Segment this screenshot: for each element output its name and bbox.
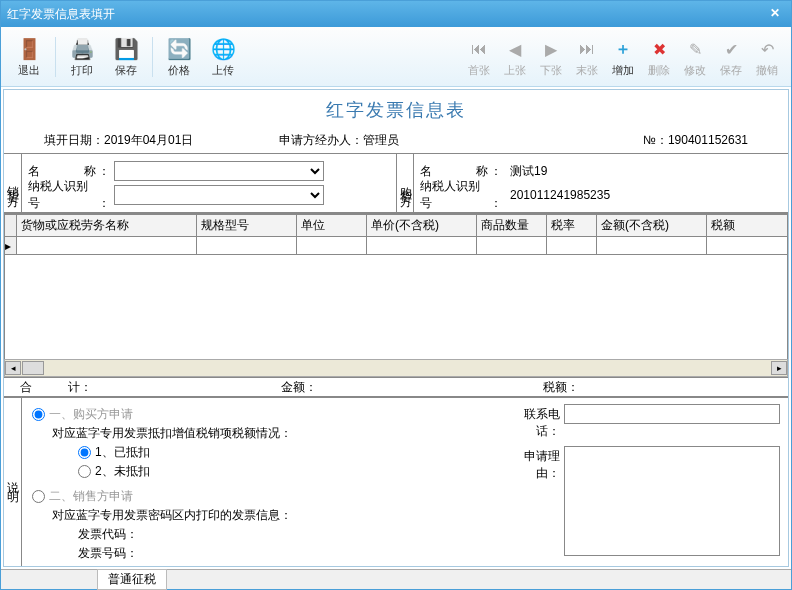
page-title: 红字发票信息表 <box>4 90 788 128</box>
check-icon: ✔ <box>717 35 745 63</box>
scroll-right-arrow[interactable]: ▸ <box>771 361 787 375</box>
undeducted-label: 2、未抵扣 <box>95 463 150 480</box>
save2-button[interactable]: ✔保存 <box>713 31 749 83</box>
delete-icon: ✖ <box>645 35 673 63</box>
seller-name-select[interactable] <box>114 161 324 181</box>
invoice-code-label: 发票代码： <box>78 526 488 543</box>
col-amount: 金额(不含税) <box>597 215 707 237</box>
prev-button[interactable]: ◀上张 <box>497 31 533 83</box>
explain-right: 联系电话： 申请理由： <box>498 398 788 566</box>
seller-tax-select[interactable] <box>114 185 324 205</box>
separator <box>152 37 153 77</box>
print-button[interactable]: 🖨️打印 <box>60 31 104 83</box>
totals-label: 合 计： <box>4 379 265 396</box>
row-marker-head <box>5 215 17 237</box>
next-icon: ▶ <box>537 35 565 63</box>
blue-info-line: 对应蓝字专用发票密码区内打印的发票信息： <box>52 507 488 524</box>
buyer-name-value: 测试19 <box>506 163 547 180</box>
doc-number: №：190401152631 <box>513 132 748 149</box>
row-marker: ▸ <box>5 237 17 255</box>
phone-input[interactable] <box>564 404 780 424</box>
window-title: 红字发票信息表填开 <box>7 6 765 23</box>
invoice-kind-value: 增值税专用发票 <box>138 565 222 566</box>
seller-caption: 销货方 <box>4 154 22 212</box>
table-row[interactable]: ▸ <box>5 237 788 255</box>
seller-name-label: 名 称： <box>28 163 114 180</box>
upload-icon: 🌐 <box>209 35 237 63</box>
buyer-name-label: 名 称： <box>420 163 506 180</box>
invoice-kind-row: 发票种类：增值税专用发票 <box>78 564 488 566</box>
deducted-radio[interactable] <box>78 446 91 459</box>
parties-section: 销货方 名 称： 纳税人识别号： 购货方 名 称：测试19 纳税人识别号：201… <box>4 153 788 213</box>
fill-date: 填开日期：2019年04月01日 <box>44 132 279 149</box>
totals-amount: 金额： <box>265 379 526 396</box>
document-area: 红字发票信息表 填开日期：2019年04月01日 申请方经办人：管理员 №：19… <box>3 89 789 567</box>
col-price: 单价(不含税) <box>367 215 477 237</box>
invoice-num-label: 发票号码： <box>78 545 488 562</box>
last-icon: ⏭ <box>573 35 601 63</box>
col-goods: 货物或应税劳务名称 <box>17 215 197 237</box>
col-unit: 单位 <box>297 215 367 237</box>
items-grid: 货物或应税劳务名称 规格型号 单位 单价(不含税) 商品数量 税率 金额(不含税… <box>4 213 788 377</box>
add-button[interactable]: ＋增加 <box>605 31 641 83</box>
buyer-tax-value: 201011241985235 <box>506 188 610 202</box>
totals-tax: 税额： <box>527 379 788 396</box>
scroll-thumb[interactable] <box>22 361 44 375</box>
deducted-label: 1、已抵扣 <box>95 444 150 461</box>
delete-button[interactable]: ✖删除 <box>641 31 677 83</box>
seller-apply-radio[interactable] <box>32 490 45 503</box>
printer-icon: 🖨️ <box>68 35 96 63</box>
horizontal-scrollbar[interactable]: ◂ ▸ <box>4 359 788 377</box>
applicant: 申请方经办人：管理员 <box>279 132 514 149</box>
seller-apply-label: 二、销售方申请 <box>49 488 133 505</box>
grid-header-row: 货物或应税劳务名称 规格型号 单位 单价(不含税) 商品数量 税率 金额(不含税… <box>5 215 788 237</box>
col-rate: 税率 <box>547 215 597 237</box>
meta-row: 填开日期：2019年04月01日 申请方经办人：管理员 №：1904011526… <box>4 128 788 153</box>
close-icon[interactable]: ✕ <box>765 6 785 22</box>
first-icon: ⏮ <box>465 35 493 63</box>
statusbar: 普通征税 <box>1 569 791 589</box>
col-spec: 规格型号 <box>197 215 297 237</box>
first-button[interactable]: ⏮首张 <box>461 31 497 83</box>
app-window: 红字发票信息表填开 ✕ 🚪退出 🖨️打印 💾保存 🔄价格 🌐上传 ⏮首张 ◀上张… <box>0 0 792 590</box>
totals-row: 合 计： 金额： 税额： <box>4 377 788 397</box>
next-button[interactable]: ▶下张 <box>533 31 569 83</box>
explain-caption: 说明 <box>4 398 22 566</box>
save-icon: 💾 <box>112 35 140 63</box>
undeducted-radio[interactable] <box>78 465 91 478</box>
door-icon: 🚪 <box>15 35 43 63</box>
reason-label: 申请理由： <box>506 446 564 482</box>
undo-icon: ↶ <box>753 35 781 63</box>
col-tax: 税额 <box>707 215 788 237</box>
buyer-caption: 购货方 <box>396 154 414 212</box>
pencil-icon: ✎ <box>681 35 709 63</box>
toolbar: 🚪退出 🖨️打印 💾保存 🔄价格 🌐上传 ⏮首张 ◀上张 ▶下张 ⏭末张 ＋增加… <box>1 27 791 87</box>
explain-left: 一、购买方申请 对应蓝字专用发票抵扣增值税销项税额情况： 1、已抵扣 2、未抵扣… <box>22 398 498 566</box>
grid-empty-area[interactable] <box>4 255 788 359</box>
col-qty: 商品数量 <box>477 215 547 237</box>
undo-button[interactable]: ↶撤销 <box>749 31 785 83</box>
plus-icon: ＋ <box>609 35 637 63</box>
price-icon: 🔄 <box>165 35 193 63</box>
last-button[interactable]: ⏭末张 <box>569 31 605 83</box>
prev-icon: ◀ <box>501 35 529 63</box>
buyer-panel: 名 称：测试19 纳税人识别号：201011241985235 <box>414 154 788 212</box>
status-text: 普通征税 <box>97 569 167 590</box>
exit-button[interactable]: 🚪退出 <box>7 31 51 83</box>
scroll-left-arrow[interactable]: ◂ <box>5 361 21 375</box>
buyer-apply-radio[interactable] <box>32 408 45 421</box>
explanation-section: 说明 一、购买方申请 对应蓝字专用发票抵扣增值税销项税额情况： 1、已抵扣 2、… <box>4 397 788 566</box>
modify-button[interactable]: ✎修改 <box>677 31 713 83</box>
deduct-line: 对应蓝字专用发票抵扣增值税销项税额情况： <box>52 425 488 442</box>
seller-tax-label: 纳税人识别号： <box>28 178 114 212</box>
titlebar: 红字发票信息表填开 ✕ <box>1 1 791 27</box>
save-button[interactable]: 💾保存 <box>104 31 148 83</box>
reason-textarea[interactable] <box>564 446 780 556</box>
buyer-tax-label: 纳税人识别号： <box>420 178 506 212</box>
buyer-apply-label: 一、购买方申请 <box>49 406 133 423</box>
upload-button[interactable]: 🌐上传 <box>201 31 245 83</box>
price-button[interactable]: 🔄价格 <box>157 31 201 83</box>
phone-label: 联系电话： <box>506 404 564 440</box>
seller-panel: 名 称： 纳税人识别号： <box>22 154 396 212</box>
separator <box>55 37 56 77</box>
